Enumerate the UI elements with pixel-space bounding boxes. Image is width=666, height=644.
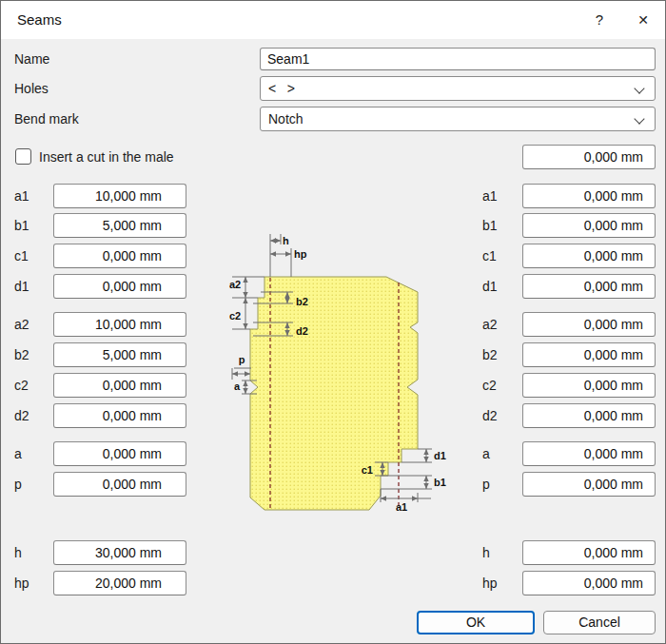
dim-label-c1: c1 [362,464,373,476]
param-field-left-hp[interactable] [53,571,186,595]
insert-cut-label: Insert a cut in the male [39,145,174,169]
param-field-left-c2[interactable] [53,373,186,398]
param-field-left-b1[interactable] [53,213,186,238]
param-field-right-p[interactable] [522,472,656,497]
param-label-right-h: h [482,540,490,565]
dim-label-a: a [234,381,241,392]
insert-cut-value-field[interactable] [522,145,656,169]
dim-label-a1: a1 [396,501,407,513]
bend-mark-label: Bend mark [14,107,79,131]
param-field-right-d1[interactable] [522,274,656,299]
dim-label-a2: a2 [229,279,241,290]
param-field-left-a1[interactable] [53,184,186,208]
param-label-left-a1: a1 [14,184,29,208]
param-field-right-a2[interactable] [522,312,656,337]
insert-cut-checkbox[interactable] [15,148,31,165]
name-input[interactable] [260,48,656,70]
param-field-left-a[interactable] [53,441,186,466]
dim-label-b2: b2 [296,296,308,307]
param-field-right-hp[interactable] [522,571,656,595]
dim-label-p: p [239,354,245,365]
dim-label-b1: b1 [434,477,446,488]
param-field-left-d1[interactable] [53,274,186,299]
param-field-right-h[interactable] [522,540,656,565]
param-label-left-a: a [14,441,22,466]
param-field-right-b2[interactable] [522,342,656,367]
window-title: Seams [17,1,62,39]
chevron-down-icon [634,83,644,93]
cancel-button[interactable]: Cancel [543,611,656,634]
param-field-left-h[interactable] [53,540,186,565]
help-icon: ? [596,11,603,28]
titlebar: Seams ? ✕ [1,1,665,39]
param-field-right-a[interactable] [522,441,656,466]
param-label-right-b1: b1 [482,213,498,238]
param-field-right-c1[interactable] [522,244,656,268]
param-label-right-a2: a2 [482,312,498,337]
param-label-left-c1: c1 [14,244,29,268]
param-field-left-d2[interactable] [53,403,186,428]
holes-dropdown[interactable]: < > [260,76,656,101]
param-label-right-p: p [482,472,490,497]
param-label-left-h: h [14,540,22,565]
param-label-left-c2: c2 [14,373,29,398]
sheet-outline [250,277,418,510]
dim-label-d2: d2 [296,325,308,337]
param-field-right-b1[interactable] [522,213,656,238]
param-field-right-d2[interactable] [522,403,656,428]
seam-diagram: h hp a2 b2 c2 d2 p a d1 c1 b1 a1 [206,229,453,515]
close-button[interactable]: ✕ [621,1,665,39]
param-label-left-b1: b1 [14,213,29,238]
param-field-left-b2[interactable] [53,342,186,367]
close-icon: ✕ [637,12,649,28]
dim-label-hp: hp [294,248,307,260]
param-field-right-a1[interactable] [522,184,656,208]
param-label-right-c1: c1 [482,244,497,268]
param-label-right-d2: d2 [482,403,498,428]
chevron-down-icon [634,113,644,124]
seams-dialog: Seams ? ✕ Name Holes < > Bend mark Notch… [0,0,666,644]
param-label-left-d1: d1 [14,274,29,299]
dim-label-h: h [283,235,289,246]
param-label-left-p: p [14,472,22,497]
bend-mark-dropdown[interactable]: Notch [260,107,656,131]
param-field-right-c2[interactable] [522,373,656,398]
param-label-right-c2: c2 [482,373,497,398]
param-label-right-a1: a1 [482,184,498,208]
param-field-left-c1[interactable] [53,244,186,268]
param-label-right-a: a [482,441,490,466]
holes-value: < > [268,81,295,96]
ok-button[interactable]: OK [417,611,535,634]
param-field-left-p[interactable] [53,472,186,497]
param-label-right-b2: b2 [482,342,498,367]
holes-label: Holes [14,76,49,101]
param-label-right-hp: hp [482,571,498,595]
param-label-right-d1: d1 [482,274,498,299]
param-label-left-d2: d2 [14,403,29,428]
dim-label-c2: c2 [229,310,241,322]
param-label-left-b2: b2 [14,342,29,367]
dim-label-d1: d1 [434,450,446,461]
param-field-left-a2[interactable] [53,312,186,337]
param-label-left-hp: hp [14,571,29,595]
name-label: Name [14,47,49,71]
param-label-left-a2: a2 [14,312,29,337]
bend-mark-value: Notch [268,111,304,127]
help-button[interactable]: ? [578,1,621,39]
